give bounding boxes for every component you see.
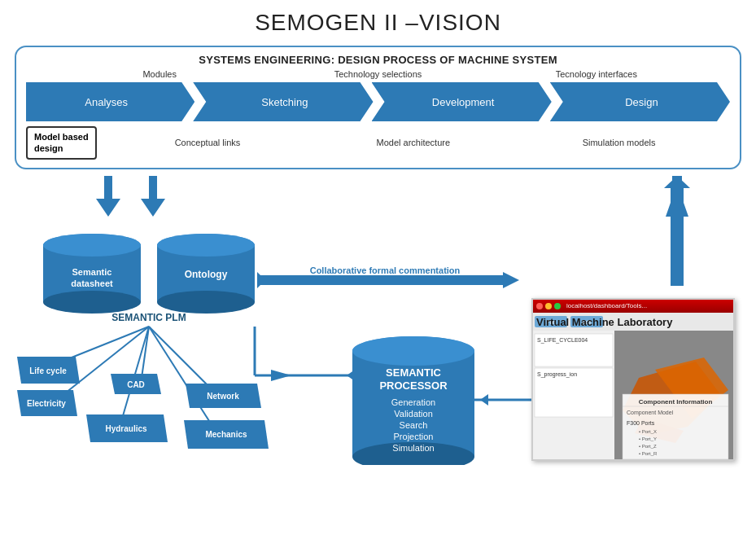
svg-text:Ontology: Ontology [185,269,228,280]
process-label-technology-selections: Technology selections [269,69,487,79]
svg-marker-31 [271,370,291,381]
svg-marker-52 [86,414,168,442]
svg-text:SEMANTIC PLM: SEMANTIC PLM [111,312,186,323]
process-label-technology-interfaces: Tecnology interfaces [487,69,706,79]
svg-text:PROCESSOR: PROCESSOR [379,379,448,392]
step-sketching: Sketching [193,82,373,121]
model-link-conceptual: Conceptual links [105,138,311,147]
svg-rect-9 [157,245,255,302]
svg-text:Collaborative formal commentat: Collaborative formal commentation [310,265,461,275]
svg-marker-1 [141,176,165,217]
svg-marker-38 [503,272,519,288]
svg-rect-41 [671,188,684,286]
svg-text:Search: Search [400,420,428,430]
svg-text:Component  Model: Component Model [627,410,674,416]
svg-rect-21 [352,351,474,457]
svg-text:• Port_Z: • Port_Z [639,444,657,449]
svg-text:• Port_Y: • Port_Y [639,436,657,441]
svg-line-16 [141,327,149,384]
step-development: Development [372,82,552,121]
svg-marker-43 [480,394,488,406]
svg-marker-46 [17,357,80,384]
vml-max-dot [554,303,561,309]
svg-text:Network: Network [207,392,239,401]
svg-line-19 [149,327,216,432]
svg-text:SEMANTIC: SEMANTIC [386,366,442,379]
lower-diagram: Semantic datasheet Ontology SEMANTIC PLM… [15,176,741,465]
svg-point-4 [43,291,141,314]
vml-close-dot [536,303,543,309]
step-design: Design [550,82,730,121]
svg-text:Simulation: Simulation [392,443,434,453]
vml-min-dot [545,303,552,309]
svg-text:F300    Ports: F300 Ports [627,420,655,426]
systems-title: SYSTEMS ENGINEERING: DESIGN PROCESS OF M… [26,54,730,66]
vml-content: Virtual Machine Laboratory File Edit [533,313,733,459]
svg-text:S_LIFE_CYCLE004: S_LIFE_CYCLE004 [537,337,588,344]
svg-text:Life cycle: Life cycle [29,366,67,375]
svg-line-14 [47,327,149,367]
svg-point-8 [157,234,255,257]
main-title: SEMOGEN II –VISION [0,0,756,42]
svg-marker-34 [347,370,355,381]
vml-url-bar: localhost/dashboard/Tools... [566,302,730,309]
vml-box: localhost/dashboard/Tools... Virtual Mac… [531,298,735,461]
svg-marker-40 [666,176,688,217]
svg-text:• Port_X: • Port_X [639,429,657,434]
process-steps: Analyses Sketching Development Design [26,82,730,121]
svg-point-11 [157,234,255,257]
process-label-modules: Modules [50,69,269,79]
svg-text:Mechanics: Mechanics [205,430,247,439]
svg-text:• Port_R: • Port_R [639,451,658,456]
svg-line-18 [149,327,218,396]
svg-marker-48 [17,390,77,416]
svg-line-17 [120,327,149,424]
svg-text:Projection: Projection [394,432,434,441]
svg-text:Semantic: Semantic [72,267,112,277]
svg-marker-54 [186,384,261,408]
svg-text:Component Information: Component Information [639,398,713,406]
model-link-simulation: Simulation models [516,138,722,147]
svg-point-5 [43,234,141,257]
svg-text:Generation: Generation [391,397,435,407]
svg-marker-0 [96,176,120,217]
svg-point-20 [352,336,474,366]
step-analyses: Analyses [26,82,194,121]
svg-text:S_progress_ion: S_progress_ion [537,371,577,378]
svg-marker-50 [111,374,161,394]
svg-point-10 [157,291,255,314]
svg-text:Electricity: Electricity [27,399,66,408]
svg-text:datasheet: datasheet [71,278,113,288]
vml-title: Virtual Machine Laboratory [536,316,672,330]
svg-point-2 [43,234,141,257]
svg-line-15 [54,327,149,402]
vml-header: localhost/dashboard/Tools... [533,300,733,313]
svg-text:Validation: Validation [394,409,433,419]
svg-text:Hydraulics: Hydraulics [105,424,147,433]
model-based-design: Model baseddesign [26,126,97,160]
model-link-architecture: Model architecture [310,138,516,147]
svg-point-23 [352,336,474,366]
svg-point-22 [352,442,474,465]
svg-marker-42 [664,176,690,188]
svg-marker-36 [257,272,265,288]
model-row: Model baseddesign Conceptual links Model… [26,126,730,160]
systems-box: SYSTEMS ENGINEERING: DESIGN PROCESS OF M… [15,46,741,169]
svg-text:CAD: CAD [127,380,145,389]
svg-marker-56 [184,420,269,449]
svg-rect-3 [43,245,141,302]
